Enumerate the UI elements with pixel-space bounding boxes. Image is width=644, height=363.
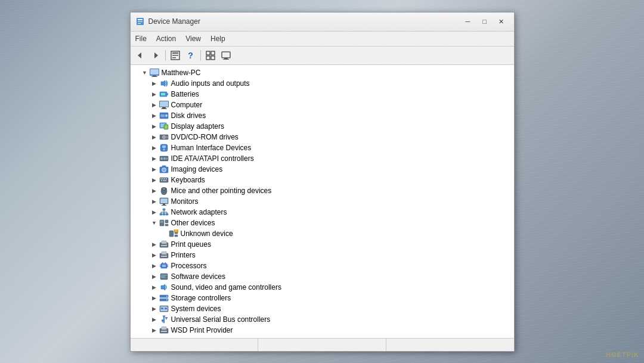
list-item[interactable]: ▶ Human Interface Devices (131, 142, 514, 153)
svg-rect-97 (167, 265, 168, 266)
list-item[interactable]: ▶ Batteries (131, 89, 514, 100)
list-item[interactable]: ▶ Software devices (131, 271, 514, 282)
expand-icon: ▶ (150, 154, 159, 163)
list-item[interactable]: ▶ Computer (131, 100, 514, 110)
svg-rect-121 (162, 327, 166, 330)
item-label: Printers (171, 251, 196, 259)
svg-rect-10 (206, 51, 210, 55)
usb-icon (159, 315, 169, 324)
expand-icon: ▶ (150, 207, 159, 217)
close-button[interactable]: ✕ (494, 15, 509, 27)
svg-rect-43 (163, 148, 164, 149)
svg-rect-86 (162, 241, 166, 244)
svg-point-50 (163, 169, 164, 170)
list-item[interactable]: ▶ Processors (131, 260, 514, 271)
status-bar (131, 338, 514, 351)
svg-rect-96 (160, 266, 161, 267)
svg-rect-14 (222, 52, 230, 58)
item-label: Software devices (171, 272, 225, 281)
item-label: Print queues (171, 240, 211, 249)
forward-button[interactable] (148, 48, 163, 63)
unknown-device-icon: ! (169, 229, 178, 238)
maximize-button[interactable]: □ (477, 15, 493, 27)
svg-rect-82 (175, 235, 178, 237)
menu-help[interactable]: Help (206, 33, 230, 45)
svg-rect-16 (223, 59, 229, 60)
svg-rect-55 (166, 178, 167, 179)
list-item[interactable]: ▶ Universal Serial Bus controllers (131, 314, 514, 325)
root-label: Matthew-PC (162, 69, 201, 77)
list-item[interactable]: ▶ Monitors (131, 196, 514, 207)
svg-rect-58 (165, 180, 166, 181)
list-item[interactable]: ! Unknown device (131, 228, 514, 239)
device-tree[interactable]: ▼ Matthew-PC ▶ Audio inpu (131, 65, 514, 338)
svg-rect-70 (166, 213, 168, 215)
list-item[interactable]: ▶ Disk drives (131, 110, 514, 121)
svg-rect-87 (161, 245, 167, 246)
svg-rect-20 (151, 76, 157, 77)
expand-icon: ▶ (150, 293, 159, 303)
expand-icon: ▶ (150, 89, 159, 99)
expand-icon: ▶ (150, 165, 159, 174)
expand-icon: ▶ (150, 186, 159, 196)
list-item[interactable]: ▶ WSD Print Provider (131, 325, 514, 336)
list-item[interactable]: ▶ Network adapters (131, 207, 514, 218)
properties-button[interactable] (168, 48, 182, 63)
expand-icon: ▶ (150, 240, 159, 249)
back-button[interactable] (133, 48, 147, 63)
item-label: Display adapters (171, 122, 224, 131)
menu-file[interactable]: File (131, 33, 151, 45)
svg-point-30 (165, 114, 168, 117)
expand-icon: ▶ (150, 143, 159, 153)
svg-text:!: ! (175, 229, 177, 232)
list-item[interactable]: ▶ Printers (131, 250, 514, 260)
printers-icon (159, 250, 169, 260)
batteries-icon (159, 89, 169, 99)
svg-rect-115 (165, 317, 168, 318)
tree-root-item[interactable]: ▼ Matthew-PC (131, 67, 514, 78)
menu-view[interactable]: View (181, 33, 206, 45)
list-item[interactable]: ▶ System devices (131, 303, 514, 314)
help-button[interactable]: ? (184, 48, 198, 63)
item-label: System devices (171, 305, 221, 313)
scan-button[interactable] (203, 48, 218, 63)
list-item[interactable]: ▶ Keyboards (131, 175, 514, 185)
list-item[interactable]: ▶ IDE ATA/ATAPI controllers (131, 153, 514, 164)
watermark: HGETPIK (606, 351, 639, 358)
audio-icon (159, 79, 169, 88)
list-item[interactable]: ▶ Imaging devices (131, 164, 514, 175)
svg-rect-39 (166, 136, 168, 138)
software-devices-icon (159, 272, 169, 281)
display-icon (159, 122, 169, 131)
svg-rect-99 (162, 262, 163, 263)
svg-rect-35 (165, 125, 168, 129)
svg-point-92 (166, 254, 167, 255)
svg-rect-12 (206, 56, 210, 60)
expand-icon: ▼ (150, 218, 159, 228)
list-item[interactable]: ▶ Sound, video and game controllers (131, 282, 514, 293)
list-item[interactable]: ▶ Audio inputs and outputs (131, 78, 514, 89)
window-controls: ─ □ ✕ (460, 15, 509, 27)
list-item[interactable]: ▶ DVD/CD-ROM drives (131, 132, 514, 142)
svg-rect-78 (165, 224, 168, 226)
list-item[interactable]: ▼ Other devices (131, 218, 514, 228)
sound-icon (159, 283, 169, 292)
menu-action[interactable]: Action (151, 33, 181, 45)
other-devices-icon (159, 218, 169, 228)
list-item[interactable]: ▶ Display adapters (131, 121, 514, 132)
svg-rect-52 (160, 178, 162, 179)
minimize-button[interactable]: ─ (460, 15, 476, 27)
svg-rect-15 (224, 58, 228, 59)
keyboard-icon (159, 175, 169, 185)
svg-rect-65 (163, 204, 165, 205)
monitor-button[interactable] (219, 48, 233, 63)
svg-rect-56 (161, 180, 162, 181)
imaging-icon (159, 165, 169, 174)
list-item[interactable]: ▶ Print queues (131, 239, 514, 250)
svg-rect-31 (160, 114, 165, 117)
item-label: Audio inputs and outputs (171, 79, 250, 88)
list-item[interactable]: ▶ Storage controllers (131, 293, 514, 303)
svg-rect-94 (162, 265, 166, 267)
list-item[interactable]: ▶ Mice and other pointing devices (131, 185, 514, 196)
item-label: Monitors (171, 197, 199, 206)
